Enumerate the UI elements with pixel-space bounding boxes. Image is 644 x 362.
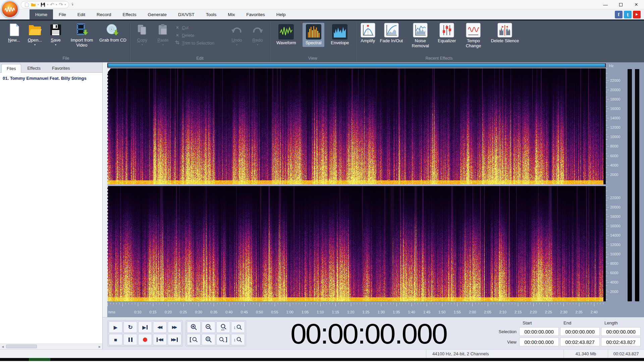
undo-button[interactable]: Undo ▾	[228, 23, 246, 46]
view-start-field[interactable]: 00:00:00.000	[519, 338, 559, 346]
hscroll-track[interactable]	[5, 344, 97, 349]
menu-tab-dx-vst[interactable]: DX/VST	[172, 9, 200, 19]
tempo-change-button[interactable]: Tempo Change	[459, 23, 487, 49]
panel-tab-favorites[interactable]: Favorites	[47, 64, 75, 72]
magnifier-icon	[219, 337, 225, 343]
quick-undo-caret-icon[interactable]: ▾	[56, 3, 57, 6]
quick-redo-caret-icon[interactable]: ▾	[65, 3, 66, 6]
file-panel-hscrollbar[interactable]: ◀ ▶	[0, 344, 102, 349]
loop-button[interactable]: ↻	[123, 321, 137, 333]
copy-button[interactable]: Copy ▾	[133, 23, 151, 46]
save-dropdown-caret-icon[interactable]: ▾	[55, 44, 56, 46]
go-to-start-button[interactable]: ◀◀	[153, 334, 167, 345]
spectrogram-channel-left[interactable]	[107, 68, 606, 184]
spectrogram-display[interactable]	[107, 68, 606, 301]
delete-silence-button[interactable]: Delete Silence	[491, 23, 519, 44]
quick-open-caret-icon[interactable]: ▾	[38, 3, 39, 6]
menu-tab-record[interactable]: Record	[91, 9, 117, 19]
quick-save-caret-icon[interactable]: ▾	[47, 3, 49, 6]
facebook-icon[interactable]: f	[615, 11, 623, 18]
redo-button[interactable]: Redo ▾	[249, 23, 266, 46]
menu-tab-effects[interactable]: Effects	[117, 9, 142, 19]
time-tick-label: 0:30	[194, 310, 204, 314]
timeline-ruler[interactable]: hms 0:100:150:200:250:300:350:400:450:50…	[107, 301, 606, 316]
menu-tab-mix[interactable]: Mix	[222, 9, 240, 19]
stop-button[interactable]: ■	[109, 334, 122, 345]
view-length-field[interactable]: 00:02:43.827	[601, 338, 641, 346]
minimize-button[interactable]: —	[598, 0, 613, 9]
twitter-icon[interactable]: t	[624, 11, 632, 18]
play-to-end-button[interactable]: ▶	[138, 321, 152, 333]
fast-forward-button[interactable]: ▶▶	[168, 321, 181, 333]
record-button[interactable]	[138, 334, 152, 345]
trim-to-selection-button[interactable]: Trim to Selection	[175, 40, 225, 46]
equalizer-button[interactable]: Equalizer	[438, 23, 456, 44]
amplify-button[interactable]: Amplify	[359, 23, 377, 44]
file-list-item[interactable]: 01. Tommy Emmanuel Feat. Billy Strings	[0, 74, 102, 83]
spectral-view-button[interactable]: Spectral	[303, 23, 325, 47]
go-to-end-button[interactable]: ▶▶	[168, 334, 181, 345]
quick-redo-icon[interactable]: ↷	[59, 2, 63, 7]
selection-length-field[interactable]: 00:00:00.000	[601, 327, 641, 336]
freq-minor-ticks	[606, 68, 607, 184]
freq-tick-label: 12000	[610, 243, 621, 247]
menu-tab-home[interactable]: Home	[30, 9, 53, 19]
ribbon-group-recent-effects: Amplify Fade In/Out Noise Removal Equali…	[356, 22, 523, 62]
new-file-icon	[8, 23, 20, 37]
play-to-end-icon: ▶	[142, 325, 146, 330]
selection-end-field[interactable]: 00:00:00.000	[560, 327, 600, 336]
save-button[interactable]: Save ▾	[47, 23, 64, 46]
delete-button[interactable]: × Delete	[175, 33, 225, 38]
menu-tab-favorites[interactable]: Favorites	[240, 9, 271, 19]
panel-tab-files[interactable]: Files	[1, 64, 21, 73]
spectrogram-channel-right[interactable]	[107, 186, 606, 301]
waveform-view-button[interactable]: Waveform	[273, 23, 299, 47]
open-dropdown-caret-icon[interactable]: ▾	[34, 44, 36, 46]
zoom-vertical-button[interactable]: ↕	[231, 321, 245, 333]
zoom-selection-button[interactable]	[202, 334, 215, 345]
zoom-selection-start-button[interactable]: [	[187, 334, 201, 345]
quick-undo-icon[interactable]: ↶	[50, 2, 54, 7]
play-button[interactable]: ▶	[109, 321, 122, 333]
freq-minor-ticks	[606, 186, 607, 301]
youtube-icon[interactable]	[633, 11, 641, 18]
view-end-field[interactable]: 00:02:43.827	[560, 338, 600, 346]
quick-save-icon[interactable]	[41, 2, 46, 7]
maximize-button[interactable]	[613, 0, 629, 9]
vertical-scrollbar[interactable]	[103, 62, 107, 317]
open-button[interactable]: Open... ▾	[26, 23, 44, 46]
scroll-right-icon[interactable]: ▶	[97, 345, 102, 348]
cut-button[interactable]: × Cut	[175, 25, 225, 30]
redo-dropdown-caret-icon: ▾	[257, 44, 258, 46]
grab-from-cd-button[interactable]: Grab from CD	[99, 23, 126, 43]
zoom-selection-end-button[interactable]: ]	[216, 334, 230, 345]
quick-open-icon[interactable]	[31, 2, 36, 7]
selection-start-field[interactable]: 00:00:00.000	[519, 327, 559, 336]
customize-quick-access-icon[interactable]: ▾	[72, 3, 73, 6]
menu-tab-edit[interactable]: Edit	[72, 9, 91, 19]
scroll-left-icon[interactable]: ◀	[0, 345, 5, 348]
playhead-cursor[interactable]	[107, 68, 108, 301]
zoom-100-button[interactable]: 100	[216, 321, 230, 333]
menu-tab-tools[interactable]: Tools	[200, 9, 222, 19]
zoom-vertical-out-button[interactable]: ↕	[231, 334, 245, 345]
hscroll-thumb[interactable]	[6, 345, 37, 348]
menu-tab-help[interactable]: Help	[271, 9, 291, 19]
menu-tab-file[interactable]: File	[53, 9, 72, 19]
panel-tab-effects[interactable]: Effects	[22, 64, 46, 72]
close-button[interactable]: ×	[629, 0, 644, 9]
fade-in-out-button[interactable]: Fade In/Out	[380, 23, 403, 44]
menu-tab-generate[interactable]: Generate	[142, 9, 172, 19]
zoom-out-button[interactable]	[202, 321, 215, 333]
import-from-video-button[interactable]: Import from Video	[68, 23, 96, 48]
quick-new-icon[interactable]	[24, 2, 29, 7]
paste-button[interactable]: Paste ▾	[154, 23, 172, 46]
noise-removal-button[interactable]: Noise Removal	[406, 23, 434, 49]
new-button[interactable]: New...	[5, 23, 23, 43]
envelope-view-button[interactable]: Envelope	[328, 23, 352, 47]
zoom-in-button[interactable]	[187, 321, 201, 333]
rewind-button[interactable]: ◀◀	[153, 321, 167, 333]
position-scrollbar[interactable]	[107, 63, 606, 67]
pause-button[interactable]	[123, 334, 137, 345]
app-logo-icon[interactable]	[1, 0, 19, 18]
